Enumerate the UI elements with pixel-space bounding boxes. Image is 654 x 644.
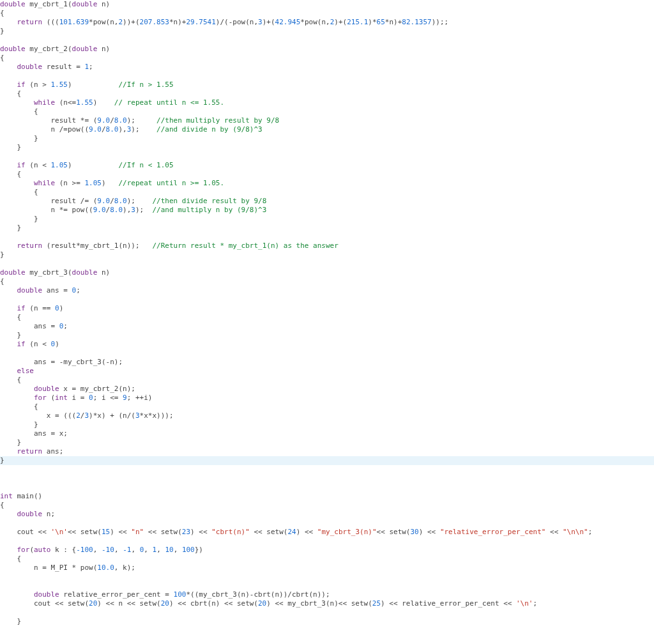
code-block: double my_cbrt_1(double n) { return (((1… — [0, 0, 654, 644]
kw-double: double — [0, 0, 26, 8]
highlighted-line: } — [0, 456, 654, 465]
